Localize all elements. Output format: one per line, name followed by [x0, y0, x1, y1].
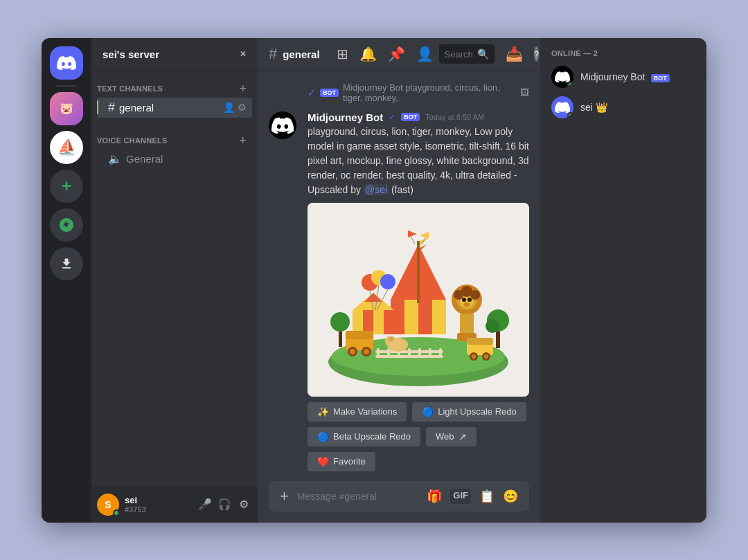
server-icon-add[interactable]: + [50, 170, 83, 203]
server-icon-explore[interactable] [50, 208, 83, 242]
svg-point-51 [472, 354, 476, 359]
add-member-icon[interactable]: 👤 [223, 102, 235, 113]
svg-point-45 [350, 349, 355, 354]
member-item-sei[interactable]: sei 👑 [546, 93, 701, 121]
channel-action-icons: 👤 ⚙ [223, 102, 247, 113]
channel-item-voice-general[interactable]: 🔈 General [97, 150, 252, 168]
bell-icon[interactable]: 🔔 [359, 46, 377, 62]
action-buttons: ✨ Make Variations 🔵 Light Upscale Redo 🔵… [308, 402, 529, 471]
message-area[interactable]: ✓ BOT Midjourney Bot playground, circus,… [258, 71, 540, 481]
member-list: ONLINE — 2 Midjourney Bot BOT sei [540, 38, 706, 523]
beta-upscale-redo-button[interactable]: 🔵 Beta Upscale Redo [308, 427, 420, 446]
svg-rect-28 [373, 310, 384, 334]
member-name-area-sei: sei 👑 [580, 102, 607, 113]
svg-rect-42 [346, 331, 373, 339]
voice-channels-section[interactable]: VOICE CHANNELS + [91, 123, 258, 150]
crown-icon: 👑 [596, 102, 607, 113]
notification-image-icon: 🖼 [520, 87, 529, 98]
text-channels-section[interactable]: TEXT CHANNELS + [91, 71, 258, 98]
inbox-icon[interactable]: 📥 [506, 46, 523, 62]
hash-settings-icon[interactable]: ⊞ [337, 46, 348, 62]
add-attachment-icon[interactable]: + [280, 487, 289, 505]
favorite-label: Favorite [333, 456, 366, 467]
svg-point-55 [486, 319, 499, 333]
mic-icon[interactable]: 🎤 [197, 496, 213, 513]
settings-icon[interactable]: ⚙ [235, 496, 252, 513]
channel-name-voice-general: General [126, 153, 163, 165]
author-bot-badge: BOT [401, 113, 420, 121]
add-text-channel-icon[interactable]: + [239, 82, 247, 95]
member-item-midjourney[interactable]: Midjourney Bot BOT [546, 63, 701, 91]
beta-upscale-label: Beta Upscale Redo [333, 431, 411, 442]
gif-icon[interactable]: GIF [450, 489, 471, 504]
light-upscale-icon: 🔵 [422, 406, 434, 417]
light-upscale-redo-button[interactable]: 🔵 Light Upscale Redo [412, 402, 526, 422]
beta-upscale-icon: 🔵 [317, 431, 329, 442]
settings-icon[interactable]: ⚙ [238, 102, 247, 113]
svg-point-37 [454, 290, 463, 300]
active-channel-indicator [97, 100, 98, 114]
svg-point-35 [463, 302, 470, 307]
server-icon-boat[interactable]: ⛵ [50, 131, 83, 164]
emoji-icon[interactable]: 😊 [503, 489, 518, 504]
message-input[interactable] [297, 491, 418, 502]
svg-rect-26 [353, 310, 363, 334]
channel-name-general: general [119, 102, 154, 114]
channel-item-general[interactable]: # general 👤 ⚙ [97, 98, 252, 118]
voice-icon: 🔈 [108, 152, 122, 165]
message-header: Midjourney Bot ✓ BOT Today at 8:50 AM [308, 111, 529, 123]
svg-rect-19 [432, 300, 446, 334]
favorite-button[interactable]: ❤️ Favorite [308, 452, 375, 471]
member-bot-badge: BOT [651, 74, 670, 82]
server-header[interactable]: sei's server ✕ [91, 38, 258, 71]
web-label: Web [436, 431, 454, 442]
bot-notification: ✓ BOT Midjourney Bot playground, circus,… [258, 82, 540, 106]
svg-point-60 [387, 337, 394, 341]
server-list: 🐷 ⛵ + [42, 38, 91, 523]
member-name-midjourney: Midjourney Bot [580, 71, 645, 82]
web-button[interactable]: Web ↗ [426, 427, 477, 446]
variations-icon: ✨ [317, 406, 329, 417]
pin-icon[interactable]: 📌 [388, 46, 405, 62]
message-timestamp: Today at 8:50 AM [425, 113, 484, 121]
gift-icon[interactable]: 🎁 [427, 489, 442, 504]
server-icon-discord[interactable] [50, 46, 83, 80]
user-avatar: S [97, 494, 119, 516]
svg-rect-10 [375, 350, 443, 353]
help-icon[interactable]: ? [534, 46, 539, 62]
mention[interactable]: @sei [364, 184, 389, 195]
members-icon[interactable]: 👤 [416, 46, 434, 62]
app-window: 🐷 ⛵ + sei's server ✕ TEXT CHANNELS + # g… [42, 38, 706, 523]
member-name-area: Midjourney Bot BOT [580, 71, 670, 83]
message-avatar [269, 111, 296, 139]
chevron-down-icon: ✕ [240, 49, 247, 59]
headphone-icon[interactable]: 🎧 [216, 496, 233, 513]
server-icon-download[interactable] [50, 247, 83, 280]
message-group: Midjourney Bot ✓ BOT Today at 8:50 AM pl… [258, 109, 540, 474]
svg-rect-17 [404, 300, 418, 334]
message-author[interactable]: Midjourney Bot [308, 111, 383, 123]
user-panel: S sei #3753 🎤 🎧 ⚙ [91, 487, 258, 523]
server-icon-sei[interactable]: 🐷 [50, 92, 83, 125]
svg-rect-18 [418, 300, 432, 334]
external-link-icon: ↗ [458, 431, 467, 442]
member-status-dot-sei [567, 112, 573, 118]
user-discriminator: #3753 [125, 505, 191, 514]
make-variations-button[interactable]: ✨ Make Variations [308, 402, 407, 422]
message-image [308, 203, 529, 397]
server-name: sei's server [103, 48, 159, 60]
sticker-icon[interactable]: 📋 [479, 489, 495, 504]
message-body: playground, circus, lion, tiger, monkey,… [308, 126, 529, 181]
svg-point-38 [470, 290, 480, 300]
svg-rect-11 [375, 355, 443, 358]
user-actions: 🎤 🎧 ⚙ [197, 496, 252, 513]
svg-point-63 [380, 274, 395, 289]
svg-rect-20 [417, 241, 420, 303]
text-channels-label: TEXT CHANNELS [97, 84, 163, 93]
message-input-wrapper: + 🎁 GIF 📋 😊 [269, 481, 529, 512]
header-hash-icon: # [269, 45, 277, 63]
search-bar[interactable]: Search 🔍 [439, 44, 495, 64]
add-voice-channel-icon[interactable]: + [239, 134, 247, 147]
member-avatar-sei [551, 96, 573, 118]
notification-text: Midjourney Bot playground, circus, lion,… [343, 82, 516, 103]
